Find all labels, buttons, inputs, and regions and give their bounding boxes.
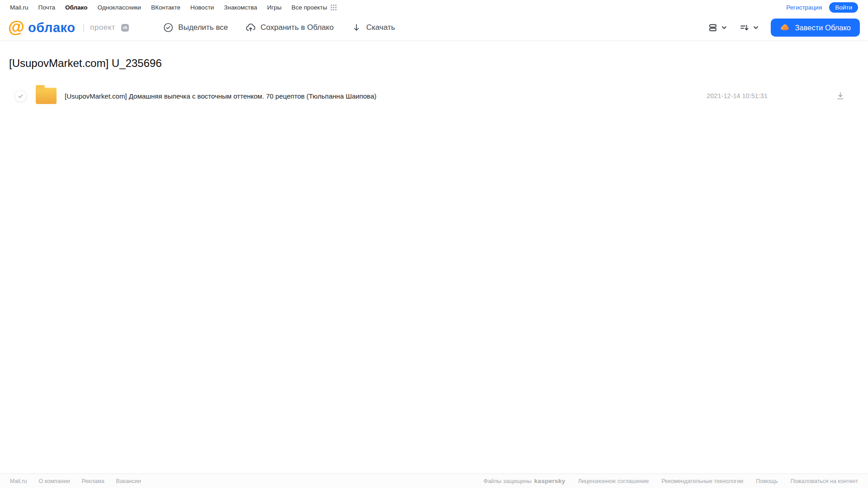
footer-right-links: Файлы защищены kaspersky Лицензионное со… bbox=[484, 478, 858, 484]
nav-znakomstva[interactable]: Знакомства bbox=[224, 4, 257, 11]
footer-mailru-link[interactable]: Mail.ru bbox=[10, 478, 27, 484]
footer-left-links: Mail.ru О компании Реклама Вакансии bbox=[10, 478, 141, 484]
get-cloud-label: Завести Облако bbox=[795, 24, 851, 32]
nav-all-projects-label: Все проекты bbox=[291, 4, 327, 11]
nav-all-projects[interactable]: Все проекты bbox=[291, 4, 337, 11]
save-to-cloud-button[interactable]: Сохранить в Облако bbox=[245, 22, 334, 33]
download-label: Скачать bbox=[366, 23, 395, 32]
portal-nav: Mail.ru Почта Облако Одноклассники ВКонт… bbox=[0, 0, 868, 15]
cloud-header: @ облако | проект vk Выделить все Сохран… bbox=[0, 15, 868, 41]
vk-badge-icon: vk bbox=[121, 24, 129, 32]
chevron-down-icon bbox=[721, 24, 727, 31]
footer-report-link[interactable]: Пожаловаться на контент bbox=[791, 478, 858, 484]
login-button[interactable]: Войти bbox=[829, 2, 858, 13]
footer-license-link[interactable]: Лицензионное соглашение bbox=[578, 478, 649, 484]
page-title: [UsupovMarket.com] U_235696 bbox=[9, 57, 859, 70]
footer-jobs-link[interactable]: Вакансии bbox=[116, 478, 141, 484]
registration-link[interactable]: Регистрация bbox=[786, 4, 822, 11]
row-checkbox[interactable] bbox=[14, 90, 27, 102]
cloud-logo[interactable]: @ облако | проект vk bbox=[8, 20, 129, 35]
files-protected-label: Файлы защищены bbox=[484, 478, 531, 484]
file-name[interactable]: [UsupovMarket.com] Домашняя выпечка с во… bbox=[65, 92, 376, 100]
chevron-down-icon bbox=[753, 24, 759, 31]
kaspersky-protection: Файлы защищены kaspersky bbox=[484, 478, 565, 484]
header-right-controls: Завести Облако bbox=[707, 19, 860, 37]
logo-divider: | bbox=[82, 23, 85, 33]
check-circle-icon bbox=[163, 22, 174, 33]
grid-apps-icon bbox=[330, 4, 337, 11]
folder-icon bbox=[36, 88, 57, 104]
save-to-cloud-label: Сохранить в Облако bbox=[261, 23, 334, 32]
list-view-icon bbox=[707, 22, 718, 33]
row-download-button[interactable] bbox=[835, 91, 845, 101]
footer-help-link[interactable]: Помощь bbox=[756, 478, 778, 484]
nav-novosti[interactable]: Новости bbox=[190, 4, 214, 11]
get-cloud-button[interactable]: Завести Облако bbox=[771, 19, 860, 37]
cloud-colored-icon bbox=[780, 22, 791, 33]
footer-recommendations-link[interactable]: Рекомендательные технологии bbox=[661, 478, 743, 484]
view-mode-toggle[interactable] bbox=[707, 22, 727, 33]
toolbar-actions: Выделить все Сохранить в Облако Скачать bbox=[163, 22, 395, 33]
footer-about-link[interactable]: О компании bbox=[39, 478, 70, 484]
footer-ads-link[interactable]: Реклама bbox=[81, 478, 104, 484]
mailru-at-icon: @ bbox=[8, 19, 24, 35]
main-content: [UsupovMarket.com] U_235696 [UsupovMarke… bbox=[0, 57, 868, 107]
logo-text: облако bbox=[28, 20, 75, 35]
file-row[interactable]: [UsupovMarket.com] Домашняя выпечка с во… bbox=[9, 85, 859, 107]
kaspersky-logo[interactable]: kaspersky bbox=[534, 478, 565, 484]
nav-oblako[interactable]: Облако bbox=[65, 4, 87, 11]
download-button[interactable]: Скачать bbox=[351, 22, 395, 33]
nav-pochta[interactable]: Почта bbox=[38, 4, 56, 11]
download-arrow-icon bbox=[351, 22, 362, 33]
nav-vkontakte[interactable]: ВКонтакте bbox=[151, 4, 180, 11]
nav-odnoklassniki[interactable]: Одноклассники bbox=[97, 4, 141, 11]
select-all-label: Выделить все bbox=[178, 23, 228, 32]
cloud-upload-icon bbox=[245, 22, 256, 33]
nav-mailru[interactable]: Mail.ru bbox=[10, 4, 28, 11]
select-all-button[interactable]: Выделить все bbox=[163, 22, 228, 33]
file-date: 2021-12-14 10:51:31 bbox=[707, 92, 768, 99]
download-underline-icon bbox=[835, 91, 845, 101]
page-footer: Mail.ru О компании Реклама Вакансии Файл… bbox=[0, 474, 868, 488]
sort-icon bbox=[739, 22, 750, 33]
nav-igry[interactable]: Игры bbox=[267, 4, 282, 11]
logo-project-label: проект bbox=[90, 23, 115, 32]
sort-toggle[interactable] bbox=[739, 22, 759, 33]
